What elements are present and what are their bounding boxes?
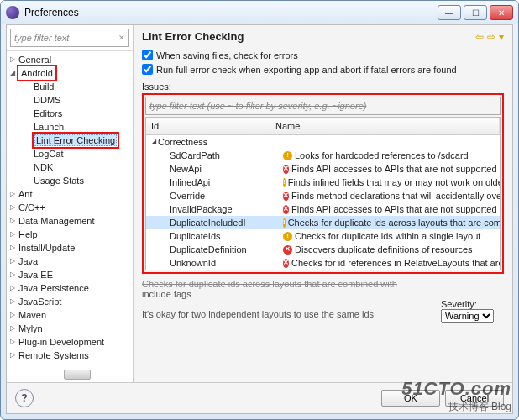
table-row[interactable]: InlinedApi!Finds inlined fields that may… (146, 176, 500, 189)
dialog-bottom-bar: ? OK Cancel (7, 382, 512, 413)
table-row[interactable]: UnknownId✕Checks for id references in Re… (146, 256, 500, 270)
column-name[interactable]: Name (270, 118, 500, 134)
warning-icon: ! (283, 218, 286, 228)
tree-item[interactable]: DDMS (7, 93, 133, 107)
error-icon: ✕ (283, 205, 289, 214)
titlebar[interactable]: Preferences — ☐ ✕ (1, 1, 518, 24)
table-row[interactable]: DuplicateIncludedI!Checks for duplicate … (146, 216, 500, 229)
tree-filter-input[interactable]: type filter text ✕ (10, 29, 129, 47)
tree-item[interactable]: Lint Error Checking (7, 134, 133, 147)
tree-item[interactable]: ▷Java (7, 255, 133, 268)
page-title: Lint Error Checking (142, 30, 244, 43)
error-icon: ✕ (283, 165, 289, 174)
severity-select[interactable]: Warning (441, 309, 494, 323)
preferences-window: Preferences — ☐ ✕ type filter text ✕ ▷Ge… (0, 0, 519, 420)
tree-item[interactable]: ▷Help (7, 228, 133, 241)
table-row[interactable]: SdCardPath!Looks for hardcoded reference… (146, 149, 500, 162)
app-icon (6, 6, 19, 19)
filter-placeholder: type filter text (14, 33, 69, 43)
error-icon: ✕ (283, 192, 289, 201)
warning-icon: ! (283, 178, 286, 187)
tree-item[interactable]: ▷Data Management (7, 214, 133, 228)
issues-highlight: type filter text (use ~ to filter by sev… (142, 93, 504, 274)
tree-item[interactable]: ▷Mylyn (7, 322, 133, 335)
tree-item[interactable]: ▷C/C++ (7, 201, 133, 214)
error-icon: ✕ (283, 245, 292, 255)
check-export[interactable] (142, 64, 153, 75)
tree-item[interactable]: ▷Remote Systems (7, 349, 133, 362)
tree-item[interactable]: Editors (7, 107, 133, 120)
table-row[interactable]: NewApi✕Finds API accesses to APIs that a… (146, 162, 500, 176)
settings-panel: Lint Error Checking ⇦ ⇨ ▾ When saving fi… (134, 25, 512, 413)
check-save[interactable] (142, 50, 153, 60)
tree-item[interactable]: ▷Plug-in Development (7, 335, 133, 349)
tree-item[interactable]: NDK (7, 160, 133, 174)
warning-icon: ! (283, 151, 292, 160)
window-title: Preferences (24, 7, 79, 18)
minimize-button[interactable]: — (438, 5, 461, 20)
close-button[interactable]: ✕ (490, 5, 513, 20)
tree-item[interactable]: ▷Ant (7, 187, 133, 201)
table-row[interactable]: InvalidPackage✕Finds API accesses to API… (146, 202, 500, 216)
category-tree-panel: type filter text ✕ ▷General ◢Android Bui… (7, 25, 134, 413)
tree-item[interactable]: ▷Java EE (7, 268, 133, 281)
tree-item[interactable]: ▷JavaScript (7, 295, 133, 308)
cancel-button[interactable]: Cancel (445, 390, 504, 407)
tree-item[interactable]: ▷Java Persistence (7, 281, 133, 295)
table-row[interactable]: DuplicateIds!Checks for duplicate ids wi… (146, 229, 500, 243)
tree-item-android: ◢Android (7, 66, 133, 80)
menu-icon[interactable]: ▾ (499, 31, 504, 43)
check-export-row[interactable]: Run full error check when exporting app … (142, 64, 504, 75)
table-row[interactable]: DuplicateDefinition✕Discovers duplicate … (146, 243, 500, 256)
tree-item[interactable]: LogCat (7, 147, 133, 160)
category-tree[interactable]: ▷General ◢Android BuildDDMSEditorsLaunch… (7, 50, 133, 413)
tree-item[interactable]: ▷Maven (7, 308, 133, 322)
maximize-button[interactable]: ☐ (464, 5, 487, 20)
clear-filter-icon[interactable]: ✕ (118, 34, 125, 42)
tree-item[interactable]: Build (7, 80, 133, 93)
issues-label: Issues: (142, 81, 504, 92)
help-icon[interactable]: ? (15, 389, 34, 407)
column-id[interactable]: Id (146, 118, 270, 134)
back-icon[interactable]: ⇦ (475, 31, 484, 43)
severity-control: Severity: Warning (441, 299, 494, 323)
check-save-row[interactable]: When saving files, check for errors (142, 50, 504, 60)
horizontal-scrollbar[interactable] (64, 370, 91, 380)
issues-table[interactable]: Id Name ◢Correctness SdCardPath!Looks fo… (145, 117, 501, 270)
tree-item[interactable]: Usage Stats (7, 174, 133, 187)
forward-icon[interactable]: ⇨ (487, 31, 495, 43)
table-row[interactable]: Override✕Finds method declarations that … (146, 189, 500, 202)
tree-item[interactable]: ▷Install/Update (7, 241, 133, 255)
warning-icon: ! (283, 232, 292, 241)
ok-button[interactable]: OK (381, 390, 440, 407)
error-icon: ✕ (283, 259, 289, 268)
issues-filter-input[interactable]: type filter text (use ~ to filter by sev… (145, 97, 501, 115)
group-correctness[interactable]: ◢Correctness (146, 135, 500, 149)
